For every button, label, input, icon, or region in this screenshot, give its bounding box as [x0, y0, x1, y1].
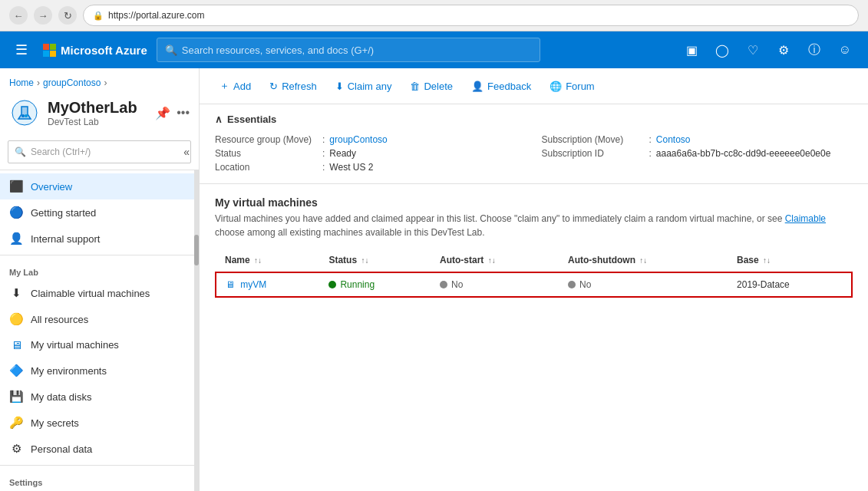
- sidebar-item-claimable-vms[interactable]: ⬇ Claimable virtual machines: [0, 280, 194, 306]
- delete-button[interactable]: 🗑 Delete: [402, 76, 460, 97]
- notifications-icon[interactable]: ♡: [739, 36, 767, 64]
- feedback-button[interactable]: 👤 Feedback: [464, 76, 539, 97]
- ms-logo-icon: [43, 44, 56, 57]
- resource-title: MyOtherLab: [48, 99, 147, 117]
- toolbar: ＋ Add ↻ Refresh ⬇ Claim any 🗑 Delete 👤 F…: [200, 68, 868, 104]
- running-status: Running: [328, 279, 421, 290]
- global-search[interactable]: 🔍: [157, 38, 540, 62]
- sidebar-item-internal-support[interactable]: 👤 Internal support: [0, 226, 194, 252]
- claimable-vms-icon: ⬇: [9, 286, 23, 300]
- more-icon[interactable]: •••: [177, 106, 190, 120]
- url-bar[interactable]: 🔒 https://portal.azure.com: [83, 5, 859, 26]
- collapse-sidebar-icon[interactable]: «: [180, 143, 193, 161]
- essentials-rg-value[interactable]: groupContoso: [329, 134, 387, 145]
- directory-icon[interactable]: ◯: [708, 36, 736, 64]
- vm-section-title: My virtual machines: [215, 196, 853, 209]
- sidebar-search-input[interactable]: 🔍 Search (Ctrl+/): [8, 140, 191, 163]
- resource-header: MyOtherLab DevTest Lab 📌 •••: [9, 93, 190, 134]
- devtest-lab-icon: [9, 97, 40, 128]
- sidebar-my-secrets-label: My secrets: [31, 417, 79, 429]
- essentials-status-value: Ready: [329, 148, 356, 159]
- search-input[interactable]: [182, 44, 532, 56]
- status-sort-icon[interactable]: ↑↓: [361, 256, 368, 265]
- essentials-col-right: Subscription (Move) : Contoso Subscripti…: [542, 133, 853, 174]
- breadcrumb: Home › groupContoso ›: [9, 73, 190, 93]
- sidebar-item-my-secrets[interactable]: 🔑 My secrets: [0, 410, 194, 436]
- my-secrets-icon: 🔑: [9, 416, 23, 430]
- base-sort-icon[interactable]: ↑↓: [763, 256, 771, 265]
- my-disks-icon: 💾: [9, 390, 23, 404]
- vm-autoshutdown-cell: No: [559, 272, 728, 297]
- essentials-collapse-icon: ∧: [215, 114, 223, 125]
- vm-section: My virtual machines Virtual machines you…: [200, 184, 868, 310]
- autoshutdown-no: No: [568, 279, 718, 290]
- sidebar-item-getting-started[interactable]: 🔵 Getting started: [0, 199, 194, 226]
- col-name: Name ↑↓: [216, 249, 319, 272]
- claimable-link[interactable]: Claimable: [785, 213, 826, 224]
- sidebar-item-my-vms[interactable]: 🖥 My virtual machines: [0, 332, 194, 358]
- sidebar-internal-support-label: Internal support: [31, 233, 100, 245]
- help-icon[interactable]: ⓘ: [800, 36, 828, 64]
- breadcrumb-home[interactable]: Home: [9, 77, 34, 88]
- essentials-col-left: Resource group (Move) : groupContoso Sta…: [215, 133, 526, 174]
- breadcrumb-group[interactable]: groupContoso: [43, 77, 101, 88]
- vm-icon: 🖥: [226, 279, 235, 290]
- sidebar-scrollbar[interactable]: [194, 170, 199, 491]
- browser-chrome: ← → ↻ 🔒 https://portal.azure.com: [0, 0, 868, 31]
- autostart-sort-icon[interactable]: ↑↓: [488, 256, 496, 265]
- forward-button[interactable]: →: [34, 6, 52, 25]
- sidebar-all-resources-label: All resources: [31, 314, 88, 325]
- svg-point-1: [21, 114, 25, 117]
- table-header-row: Name ↑↓ Status ↑↓ Auto-start ↑↓ Auto-shu…: [216, 249, 852, 272]
- sidebar-scroll-thumb: [194, 235, 199, 265]
- settings-icon[interactable]: ⚙: [770, 36, 797, 64]
- add-icon: ＋: [219, 79, 229, 93]
- essentials-section: ∧ Essentials Resource group (Move) : gro…: [200, 104, 868, 184]
- settings-section-label: Settings: [0, 469, 194, 490]
- essentials-subscription-value[interactable]: Contoso: [656, 134, 691, 145]
- vm-autostart-cell: No: [431, 272, 559, 297]
- table-row[interactable]: 🖥 myVM Running: [216, 272, 852, 297]
- reload-button[interactable]: ↻: [58, 6, 77, 25]
- sidebar-my-envs-label: My environments: [31, 365, 107, 377]
- col-autostart: Auto-start ↑↓: [431, 249, 559, 272]
- vm-name-cell: 🖥 myVM: [216, 272, 319, 297]
- autoshutdown-sort-icon[interactable]: ↑↓: [639, 256, 647, 265]
- refresh-button[interactable]: ↻ Refresh: [262, 76, 325, 97]
- essentials-header[interactable]: ∧ Essentials: [215, 114, 853, 125]
- claim-any-button[interactable]: ⬇ Claim any: [328, 76, 400, 97]
- sidebar-item-overview[interactable]: ⬛ Overview: [0, 173, 194, 199]
- my-envs-icon: 🔷: [9, 364, 23, 377]
- essentials-grid: Resource group (Move) : groupContoso Sta…: [215, 133, 853, 174]
- my-vms-icon: 🖥: [9, 338, 23, 351]
- url-text: https://portal.azure.com: [108, 10, 204, 21]
- col-status: Status ↑↓: [319, 249, 431, 272]
- svg-point-2: [25, 114, 28, 117]
- vm-base-cell: 2019-Datace: [728, 272, 852, 297]
- overview-icon: ⬛: [9, 180, 23, 193]
- sidebar-item-all-resources[interactable]: 🟡 All resources: [0, 306, 194, 332]
- sidebar-overview-label: Overview: [31, 181, 72, 193]
- col-autoshutdown: Auto-shutdown ↑↓: [559, 249, 728, 272]
- name-sort-icon[interactable]: ↑↓: [254, 256, 262, 265]
- vm-name-link[interactable]: myVM: [240, 279, 266, 290]
- resource-type: DevTest Lab: [48, 117, 147, 127]
- user-icon[interactable]: ☺: [831, 36, 859, 64]
- vm-section-desc: Virtual machines you have added and clai…: [215, 212, 853, 239]
- sidebar-item-personal-data[interactable]: ⚙ Personal data: [0, 436, 194, 462]
- hamburger-button[interactable]: ☰: [9, 38, 34, 61]
- sidebar-item-my-disks[interactable]: 💾 My data disks: [0, 384, 194, 410]
- pin-icon[interactable]: 📌: [155, 106, 170, 120]
- back-button[interactable]: ←: [9, 6, 28, 25]
- cloud-shell-icon[interactable]: ▣: [678, 36, 705, 64]
- forum-button[interactable]: 🌐 Forum: [542, 76, 602, 97]
- sidebar-my-disks-label: My data disks: [31, 391, 91, 403]
- content-wrapper: ＋ Add ↻ Refresh ⬇ Claim any 🗑 Delete 👤 F…: [200, 68, 868, 491]
- sidebar-item-my-envs[interactable]: 🔷 My environments: [0, 358, 194, 384]
- delete-icon: 🗑: [410, 81, 420, 92]
- internal-support-icon: 👤: [9, 232, 23, 246]
- topbar-icons: ▣ ◯ ♡ ⚙ ⓘ ☺: [678, 36, 859, 64]
- add-button[interactable]: ＋ Add: [212, 74, 259, 97]
- autostart-label: No: [451, 279, 463, 290]
- getting-started-icon: 🔵: [9, 206, 23, 219]
